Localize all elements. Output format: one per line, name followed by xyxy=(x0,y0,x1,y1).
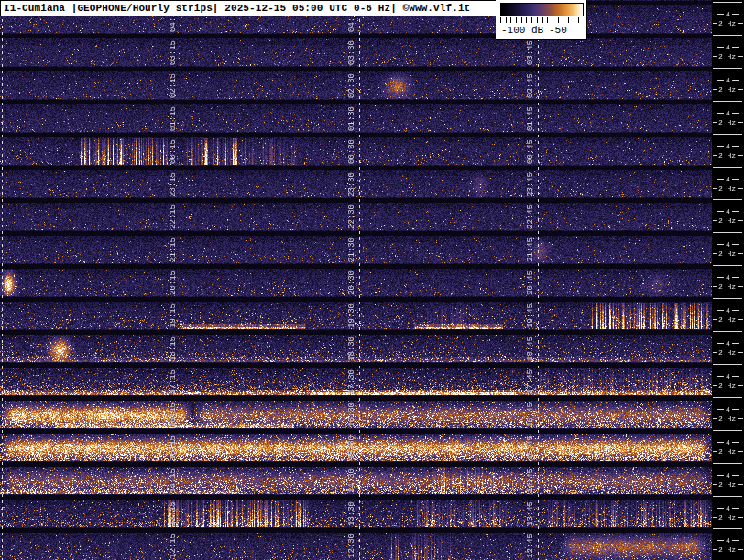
tick-dash xyxy=(717,146,724,147)
tick-dash xyxy=(732,409,739,410)
title-text: I1-Cumiana |GEOPHONE/Hourly strips| 2025… xyxy=(4,3,470,14)
tick-dash xyxy=(717,475,724,476)
freq-tick-line xyxy=(713,2,742,3)
tick-dash xyxy=(717,442,724,443)
freq-tick-line xyxy=(713,232,742,233)
freq-row-4hz: 4 xyxy=(712,273,744,281)
tick-dash xyxy=(717,343,724,344)
freq-row-4hz: 4 xyxy=(712,339,744,347)
freq-label-4: 4 xyxy=(726,306,730,314)
time-label: 21:15 xyxy=(169,234,179,262)
time-label: 16:30 xyxy=(347,399,357,427)
time-label: 00:45 xyxy=(526,136,536,164)
freq-tick-line xyxy=(713,265,742,266)
time-label: 18:45 xyxy=(526,333,536,361)
tick-dash xyxy=(738,418,743,419)
time-label: 23:30 xyxy=(347,169,357,197)
freq-row-2hz: 2 Hz xyxy=(712,151,744,159)
freq-row-4hz: 4 xyxy=(712,405,744,413)
tick-dash xyxy=(713,451,717,452)
freq-tick-line xyxy=(713,167,742,168)
time-label: 02:15 xyxy=(169,70,179,98)
freq-label-2hz: 2 Hz xyxy=(718,348,736,357)
freq-row-2hz: 2 Hz xyxy=(712,19,744,27)
tick-dash xyxy=(732,14,739,15)
time-label: 22:30 xyxy=(347,201,357,229)
time-label: 02:30 xyxy=(347,70,357,98)
freq-tick-line xyxy=(713,134,742,135)
freq-label-2hz: 2 Hz xyxy=(718,85,736,93)
tick-dash xyxy=(732,376,739,377)
freq-label-2hz: 2 Hz xyxy=(718,447,736,456)
tick-dash xyxy=(717,376,724,377)
time-label: 15:45 xyxy=(526,432,536,460)
time-label: 14:15 xyxy=(169,465,179,493)
tick-dash xyxy=(738,122,743,123)
title-bar: I1-Cumiana |GEOPHONE/Hourly strips| 2025… xyxy=(0,0,498,16)
tick-dash xyxy=(713,155,717,156)
time-label: 17:45 xyxy=(526,366,536,394)
tick-dash xyxy=(713,253,717,254)
freq-label-2hz: 2 Hz xyxy=(718,545,736,554)
tick-dash xyxy=(738,155,743,156)
tick-dash xyxy=(738,220,743,221)
freq-row-4hz: 4 xyxy=(712,536,744,544)
freq-label-2hz: 2 Hz xyxy=(718,52,736,60)
freq-label-4: 4 xyxy=(726,10,730,18)
freq-label-4: 4 xyxy=(726,405,730,413)
freq-row-2hz: 2 Hz xyxy=(712,545,744,554)
time-label: 12:15 xyxy=(169,530,179,558)
tick-dash xyxy=(738,23,743,24)
time-label: 23:15 xyxy=(169,169,179,197)
freq-row-4hz: 4 xyxy=(712,504,744,512)
tick-dash xyxy=(713,385,717,386)
time-label: 00:15 xyxy=(169,136,179,164)
freq-tick-line xyxy=(713,331,742,332)
freq-label-4: 4 xyxy=(726,372,730,380)
time-label: 03:30 xyxy=(347,37,357,65)
freq-row-4hz: 4 xyxy=(712,306,744,314)
time-label: 13:15 xyxy=(169,498,179,526)
freq-row-2hz: 2 Hz xyxy=(712,184,744,192)
freq-tick-line xyxy=(713,364,742,365)
tick-dash xyxy=(732,146,739,147)
tick-dash xyxy=(713,352,717,353)
tick-dash xyxy=(738,56,743,57)
tick-dash xyxy=(717,179,724,180)
freq-row-4hz: 4 xyxy=(712,207,744,215)
time-label: 15:30 xyxy=(347,432,357,460)
freq-row-2hz: 2 Hz xyxy=(712,216,744,225)
freq-label-2hz: 2 Hz xyxy=(718,216,736,225)
freq-axis-margin: 42 Hz42 Hz42 Hz42 Hz42 Hz42 Hz42 Hz42 Hz… xyxy=(712,0,744,560)
time-label: 22:15 xyxy=(169,201,179,229)
time-label: 20:15 xyxy=(169,267,179,295)
tick-dash xyxy=(738,385,743,386)
freq-row-2hz: 2 Hz xyxy=(712,480,744,489)
freq-row-4hz: 4 xyxy=(712,76,744,84)
tick-dash xyxy=(713,23,717,24)
tick-dash xyxy=(738,451,743,452)
time-label: 16:15 xyxy=(169,399,179,427)
time-label: 19:30 xyxy=(347,300,357,328)
freq-label-2hz: 2 Hz xyxy=(718,315,736,324)
time-label: 17:30 xyxy=(347,366,357,394)
tick-dash xyxy=(713,418,717,419)
tick-dash xyxy=(717,113,724,114)
colorbar-legend: -100 dB -50 xyxy=(496,0,587,40)
time-label: 20:30 xyxy=(347,267,357,295)
tick-dash xyxy=(732,47,739,48)
freq-label-4: 4 xyxy=(726,142,730,150)
colorbar-gradient xyxy=(500,3,584,16)
tick-dash xyxy=(713,56,717,57)
freq-label-4: 4 xyxy=(726,504,730,512)
freq-row-2hz: 2 Hz xyxy=(712,85,744,93)
freq-label-4: 4 xyxy=(726,207,730,215)
freq-label-4: 4 xyxy=(726,43,730,51)
freq-label-4: 4 xyxy=(726,536,730,544)
freq-row-4hz: 4 xyxy=(712,372,744,380)
tick-dash xyxy=(732,343,739,344)
freq-label-2hz: 2 Hz xyxy=(718,19,736,27)
time-label: 20:45 xyxy=(526,267,536,295)
freq-row-4hz: 4 xyxy=(712,10,744,18)
tick-dash xyxy=(717,244,724,245)
